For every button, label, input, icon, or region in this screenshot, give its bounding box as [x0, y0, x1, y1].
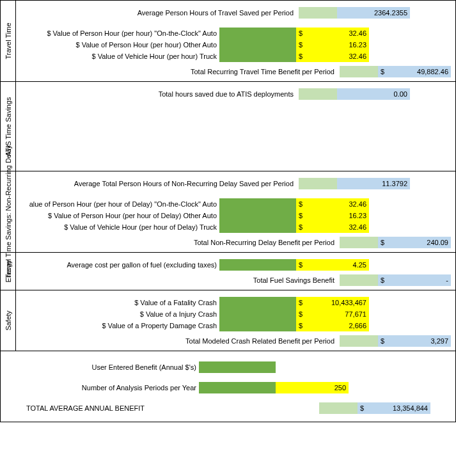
dollar-sign: $ — [296, 39, 305, 51]
label: $ Value of Vehicle Hour (per hour of Del… — [21, 221, 219, 233]
dollar-sign: $ — [296, 297, 305, 308]
row-property: $ Value of a Property Damage Crash $ 2,6… — [21, 320, 451, 331]
label: Total Non-Recurring Delay Benefit per Pe… — [21, 237, 337, 248]
row-avg-travel: Average Person Hours of Travel Saved per… — [21, 7, 451, 19]
row-total-travel-time: Total Recurring Travel Time Benefit per … — [21, 66, 451, 77]
dollar-sign: $ — [296, 320, 305, 331]
section-bottom: User Entered Benefit (Annual $'s) Number… — [1, 351, 455, 422]
dollar-sign: $ — [296, 28, 305, 39]
row-onclock-auto: $ Value of Person Hour (per hour) "On-th… — [21, 28, 451, 39]
row-nr-truck: $ Value of Vehicle Hour (per hour of Del… — [21, 221, 451, 233]
row-nr-onclock: alue of Person Hour (per hour of Delay) … — [21, 198, 451, 210]
label: Average Total Person Hours of Non-Recurr… — [21, 178, 296, 189]
row-user-benefit: User Entered Benefit (Annual $'s) — [21, 361, 450, 373]
row-total-energy: Total Fuel Savings Benefit $ - — [21, 274, 451, 286]
row-fatality: $ Value of a Fatality Crash $ 10,433,467 — [21, 297, 451, 308]
label: Total Recurring Travel Time Benefit per … — [21, 66, 337, 77]
olive-cell — [319, 402, 358, 414]
row-other-auto: $ Value of Person Hour (per hour) Other … — [21, 39, 451, 51]
green-cell — [219, 210, 296, 221]
dollar-sign: $ — [378, 335, 387, 347]
section-safety: Safety $ Value of a Fatality Crash $ 10,… — [1, 290, 455, 351]
value-cell: 2364.2355 — [337, 7, 410, 19]
label: Average cost per gallon of fuel (excludi… — [21, 259, 219, 271]
section-label-energy: Energy — [1, 253, 16, 290]
label: User Entered Benefit (Annual $'s) — [21, 361, 199, 373]
value-cell: 11.3792 — [337, 178, 410, 189]
dollar-sign: $ — [378, 237, 387, 248]
row-periods: Number of Analysis Periods per Year 250 — [21, 382, 450, 393]
olive-cell — [299, 88, 337, 100]
green-cell — [219, 221, 296, 233]
green-cell — [199, 382, 276, 393]
label: $ Value of Person Hour (per hour) "On-th… — [21, 28, 219, 39]
value-cell: 16.23 — [305, 39, 369, 51]
olive-cell — [340, 335, 378, 347]
dollar-sign: $ — [296, 221, 305, 233]
olive-cell — [340, 237, 378, 248]
row-total-annual: TOTAL AVERAGE ANNUAL BENEFIT $ 13,354,84… — [21, 402, 450, 414]
green-cell — [199, 361, 276, 373]
dollar-sign: $ — [296, 210, 305, 221]
olive-cell — [299, 178, 337, 189]
value-cell: 32.46 — [305, 28, 369, 39]
label: alue of Person Hour (per hour of Delay) … — [21, 198, 219, 210]
label: Total hours saved due to ATIS deployment… — [21, 88, 296, 100]
value-cell: 250 — [276, 382, 349, 393]
value-cell: 32.46 — [305, 198, 369, 210]
row-nr-other: $ Value of Person Hour (per hour of Dela… — [21, 210, 451, 221]
value-cell: 49,882.46 — [387, 66, 451, 77]
label: Total Modeled Crash Related Benefit per … — [21, 335, 337, 347]
green-cell — [219, 308, 296, 320]
label: $ Value of Vehicle Hour (per hour) Truck — [21, 51, 219, 62]
value-cell: 240.09 — [387, 237, 451, 248]
olive-cell — [340, 66, 378, 77]
label: $ Value of Person Hour (per hour) Other … — [21, 39, 219, 51]
label: $ Value of a Injury Crash — [21, 308, 219, 320]
label: Total Fuel Savings Benefit — [21, 274, 337, 286]
dollar-sign: $ — [378, 274, 387, 286]
section-nonrecurring: Travel Time Savings: Non-Recurring Delay… — [1, 171, 455, 253]
label: TOTAL AVERAGE ANNUAL BENEFIT — [21, 402, 317, 414]
value-cell: 32.46 — [305, 221, 369, 233]
dollar-sign: $ — [296, 51, 305, 62]
label: Average Person Hours of Travel Saved per… — [21, 7, 296, 19]
value-cell: 16.23 — [305, 210, 369, 221]
section-atis: ATIS Time Savings Total hours saved due … — [1, 82, 455, 171]
green-cell — [219, 297, 296, 308]
dollar-sign: $ — [378, 66, 387, 77]
row-truck: $ Value of Vehicle Hour (per hour) Truck… — [21, 51, 451, 62]
green-cell — [219, 51, 296, 62]
value-cell: 13,354,844 — [366, 402, 430, 414]
dollar-sign: $ — [358, 402, 366, 414]
section-travel-time: Travel Time Average Person Hours of Trav… — [1, 1, 455, 82]
value-cell: - — [387, 274, 451, 286]
row-injury: $ Value of a Injury Crash $ 77,671 — [21, 308, 451, 320]
value-cell: 10,433,467 — [305, 297, 369, 308]
olive-cell — [299, 7, 337, 19]
value-cell: 4.25 — [305, 259, 369, 271]
section-label-safety: Safety — [1, 290, 16, 351]
value-cell: 3,297 — [387, 335, 451, 347]
green-cell — [219, 320, 296, 331]
value-cell: 0.00 — [337, 88, 410, 100]
row-total-nonrec: Total Non-Recurring Delay Benefit per Pe… — [21, 237, 451, 248]
value-cell: 77,671 — [305, 308, 369, 320]
label: $ Value of a Property Damage Crash — [21, 320, 219, 331]
label: $ Value of a Fatality Crash — [21, 297, 219, 308]
green-cell — [219, 259, 296, 271]
row-total-safety: Total Modeled Crash Related Benefit per … — [21, 335, 451, 347]
label: $ Value of Person Hour (per hour of Dela… — [21, 210, 219, 221]
row-fuel-cost: Average cost per gallon of fuel (excludi… — [21, 259, 451, 271]
row-atis: Total hours saved due to ATIS deployment… — [21, 88, 450, 100]
section-label-travel-time: Travel Time — [1, 1, 16, 81]
dollar-sign: $ — [296, 308, 305, 320]
dollar-sign: $ — [296, 259, 305, 271]
green-cell — [219, 28, 296, 39]
olive-cell — [340, 274, 378, 286]
label: Number of Analysis Periods per Year — [21, 382, 199, 393]
row-avg-nonrec: Average Total Person Hours of Non-Recurr… — [21, 178, 451, 189]
spreadsheet-page: Travel Time Average Person Hours of Trav… — [0, 0, 456, 422]
green-cell — [219, 39, 296, 51]
value-cell: 32.46 — [305, 51, 369, 62]
